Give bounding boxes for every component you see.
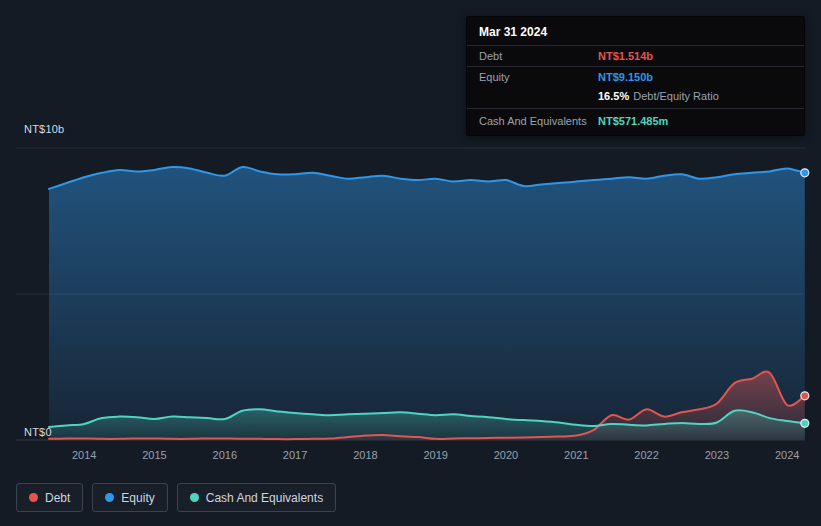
tooltip-ratio-row: 16.5%Debt/Equity Ratio <box>467 87 804 109</box>
x-tick-label: 2020 <box>494 449 518 461</box>
equity-series-dot-icon <box>105 493 114 502</box>
x-tick-label: 2021 <box>564 449 588 461</box>
cash-endpoint-dot[interactable] <box>801 419 809 427</box>
tooltip-cash-value: NT$571.485m <box>598 114 668 128</box>
y-axis-label-zero: NT$0 <box>24 426 52 438</box>
tooltip-equity-row: Equity NT$9.150b <box>467 67 804 87</box>
tooltip-cash-row: Cash And Equivalents NT$571.485m <box>467 109 804 135</box>
tooltip-cash-label: Cash And Equivalents <box>479 114 598 128</box>
legend-cash-label: Cash And Equivalents <box>206 491 323 505</box>
equity-endpoint-dot[interactable] <box>801 169 809 177</box>
x-axis: 2014201520162017201820192020202120222023… <box>0 449 821 463</box>
tooltip-debt-value: NT$1.514b <box>598 49 653 63</box>
tooltip-debt-label: Debt <box>479 49 598 63</box>
x-tick-label: 2022 <box>634 449 658 461</box>
tooltip-equity-value: NT$9.150b <box>598 70 653 84</box>
tooltip-ratio-label: Debt/Equity Ratio <box>633 90 719 102</box>
tooltip-equity-label: Equity <box>479 70 598 84</box>
x-tick-label: 2019 <box>423 449 447 461</box>
legend-equity-label: Equity <box>121 491 154 505</box>
legend-item-cash[interactable]: Cash And Equivalents <box>177 483 336 512</box>
x-tick-label: 2017 <box>283 449 307 461</box>
legend-debt-label: Debt <box>45 491 70 505</box>
x-tick-label: 2023 <box>705 449 729 461</box>
x-tick-label: 2018 <box>353 449 377 461</box>
tooltip-date: Mar 31 2024 <box>467 17 804 46</box>
tooltip-ratio-text: 16.5%Debt/Equity Ratio <box>598 89 719 103</box>
chart-tooltip: Mar 31 2024 Debt NT$1.514b Equity NT$9.1… <box>466 16 805 136</box>
debt-endpoint-dot[interactable] <box>801 392 809 400</box>
tooltip-ratio-value: 16.5% <box>598 90 629 102</box>
x-tick-label: 2016 <box>213 449 237 461</box>
chart-legend: Debt Equity Cash And Equivalents <box>16 483 336 512</box>
x-tick-label: 2015 <box>142 449 166 461</box>
legend-item-debt[interactable]: Debt <box>16 483 83 512</box>
cash-series-dot-icon <box>190 493 199 502</box>
debt-equity-chart-canvas[interactable] <box>16 144 805 444</box>
tooltip-debt-row: Debt NT$1.514b <box>467 46 804 67</box>
x-tick-label: 2014 <box>72 449 96 461</box>
x-tick-label: 2024 <box>775 449 799 461</box>
equity-area <box>49 167 805 440</box>
debt-series-dot-icon <box>29 493 38 502</box>
legend-item-equity[interactable]: Equity <box>92 483 167 512</box>
y-axis-label-top: NT$10b <box>24 123 64 135</box>
